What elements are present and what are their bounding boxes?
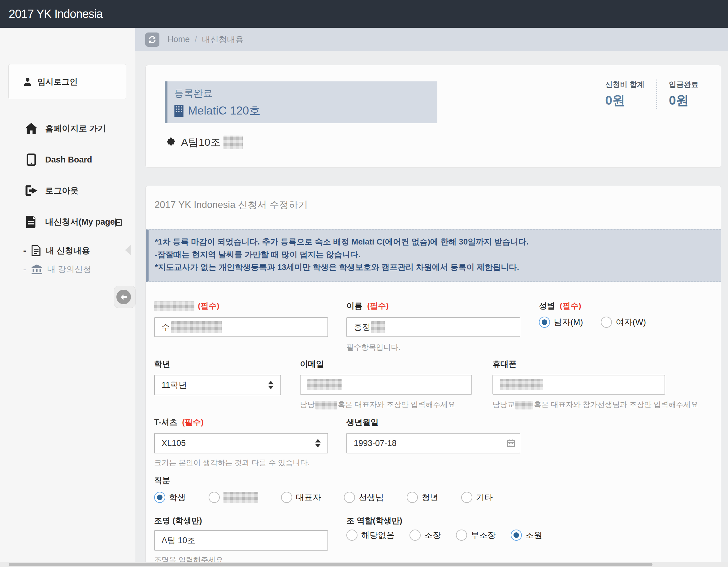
calendar-icon <box>506 439 516 448</box>
radio-youth[interactable]: 청년 <box>407 492 438 503</box>
file-icon <box>32 245 41 256</box>
horizontal-scrollbar <box>0 562 728 567</box>
fee-total-value: 0원 <box>605 92 644 109</box>
payment-summary: 신청비 합계 0원 입금완료 0원 <box>605 80 699 109</box>
first-name-label: 이름 (필수) <box>346 301 389 311</box>
radio-team-member[interactable]: 조원 <box>511 530 542 541</box>
grade-select[interactable]: 11학년 <box>154 375 281 395</box>
deposit-complete-value: 0원 <box>669 92 699 109</box>
radio-female[interactable]: 여자(W) <box>601 317 646 328</box>
tablet-icon <box>24 154 38 166</box>
redacted-text <box>500 379 543 390</box>
redacted-text <box>223 136 243 149</box>
notice-box: *1차 등록 마감이 되었습니다. 추가 등록으로 숙소 배정 Melati C… <box>146 229 721 282</box>
phone-helper: 담당교혹은 대표자와 참가선생님과 조장만 입력해주세요 <box>492 400 698 409</box>
radio-other[interactable]: 기타 <box>461 492 493 503</box>
sidebar-collapse-tab <box>114 286 136 308</box>
fee-total: 신청비 합계 0원 <box>605 80 644 109</box>
app-title: 2017 YK Indonesia <box>9 7 102 21</box>
refresh-icon <box>148 35 157 44</box>
document-icon <box>24 216 38 228</box>
team-name-label: 조명 (학생만) <box>154 515 202 526</box>
birthdate-input[interactable]: 1993-07-18 <box>346 433 520 453</box>
refresh-button[interactable] <box>145 32 159 47</box>
form-title: 2017 YK Indonesia 신청서 수정하기 <box>154 198 308 211</box>
sidebar: 임시로그인 홈페이지로 가기 Dash Board 로그아웃 내신청서(My p <box>0 28 135 567</box>
collapse-minus-icon[interactable] <box>115 219 122 226</box>
assigned-room: MelatiC 120호 <box>188 103 260 119</box>
active-item-arrow-icon <box>125 245 131 255</box>
breadcrumb-current: 내신청내용 <box>202 34 244 45</box>
tshirt-select[interactable]: XL105 <box>154 433 328 453</box>
redacted-text <box>315 401 337 409</box>
radio-selected-icon <box>154 492 165 503</box>
radio-teacher[interactable]: 선생님 <box>344 492 384 503</box>
arrow-left-icon <box>120 293 128 301</box>
bank-icon <box>32 264 42 274</box>
registration-status-box: 등록완료 MelatiC 120호 <box>165 81 437 123</box>
puzzle-icon <box>167 137 177 147</box>
sidebar-subitem-my-application[interactable]: - 내 신청내용 <box>0 244 135 258</box>
gender-label: 성별 (필수) <box>539 301 581 311</box>
redacted-text <box>371 321 385 333</box>
email-helper: 담당혹은 대표자와 조장만 입력해주세요 <box>300 400 455 409</box>
email-input[interactable] <box>300 375 472 395</box>
chevron-updown-icon <box>268 381 274 389</box>
radio-male[interactable]: 남자(M) <box>539 317 583 328</box>
horizontal-scrollbar-thumb[interactable] <box>9 563 652 566</box>
sidebar-item-logout[interactable]: 로그아웃 <box>0 183 135 198</box>
team-name: A팀10조 <box>181 135 221 149</box>
radio-selected-icon <box>511 530 522 541</box>
sidebar-item-homepage[interactable]: 홈페이지로 가기 <box>0 121 135 136</box>
sidebar-item-dashboard[interactable]: Dash Board <box>0 152 135 167</box>
team-role-radio-group: 해당없음 조장 부조장 조원 <box>346 530 542 541</box>
position-label: 직분 <box>154 475 170 486</box>
phone-input[interactable] <box>492 375 665 395</box>
radio-unselected-icon <box>344 492 355 503</box>
breadcrumb: Home / 내신청내용 <box>135 28 728 51</box>
redacted-field-label: (필수) <box>154 301 219 311</box>
radio-unselected-icon <box>461 492 472 503</box>
radio-not-applicable[interactable]: 해당없음 <box>346 530 395 541</box>
radio-unselected-icon <box>281 492 292 503</box>
radio-team-leader[interactable]: 조장 <box>409 530 441 541</box>
user-label: 임시로그인 <box>37 76 78 87</box>
tshirt-label: T-셔츠 (필수) <box>154 417 204 428</box>
breadcrumb-home-link[interactable]: Home <box>167 35 190 44</box>
radio-unselected-icon <box>456 530 467 541</box>
calendar-button[interactable] <box>502 434 520 453</box>
redacted-name-input[interactable]: 수 <box>154 317 328 337</box>
radio-student[interactable]: 학생 <box>154 492 186 503</box>
application-form-card: 2017 YK Indonesia 신청서 수정하기 *1차 등록 마감이 되었… <box>145 186 721 567</box>
logout-icon <box>24 185 38 196</box>
deposit-complete: 입금완료 0원 <box>669 80 699 109</box>
home-icon <box>24 123 38 134</box>
chevron-updown-icon <box>315 439 321 448</box>
radio-representative[interactable]: 대표자 <box>281 492 321 503</box>
first-name-input[interactable]: 홍정 <box>346 317 520 337</box>
redacted-text <box>307 379 342 390</box>
radio-unselected-icon <box>346 530 357 541</box>
sidebar-subitem-my-lectures[interactable]: - 내 강의신청 <box>0 262 135 276</box>
payment-divider <box>656 80 657 109</box>
radio-redacted-option[interactable] <box>209 492 258 503</box>
position-radio-group: 학생 대표자 선생님 청년 <box>154 492 493 503</box>
user-card: 임시로그인 <box>8 64 126 99</box>
team-role-label: 조 역할(학생만) <box>346 515 402 526</box>
sidebar-collapse-button[interactable] <box>116 290 131 304</box>
radio-unselected-icon <box>409 530 421 541</box>
email-label: 이메일 <box>300 359 324 370</box>
sidebar-item-mypage[interactable]: 내신청서(My page) <box>0 214 135 230</box>
main-area: Home / 내신청내용 등록완료 MelatiC 120호 신청비 합계 0원 <box>135 28 728 567</box>
gender-radio-group: 남자(M) 여자(W) <box>539 317 646 328</box>
radio-vice-leader[interactable]: 부조장 <box>456 530 496 541</box>
birthdate-label: 생년월일 <box>346 417 379 428</box>
registration-status: 등록완료 <box>174 87 437 100</box>
app-header: 2017 YK Indonesia <box>0 0 728 28</box>
phone-label: 휴대폰 <box>492 359 517 370</box>
tshirt-helper: 크기는 본인이 생각하는 것과 다를 수 있습니다. <box>154 458 310 468</box>
grade-label: 학년 <box>154 359 170 370</box>
user-icon <box>23 77 33 87</box>
redacted-text <box>223 492 258 503</box>
team-name-input[interactable]: A팀 10조 <box>154 530 328 551</box>
